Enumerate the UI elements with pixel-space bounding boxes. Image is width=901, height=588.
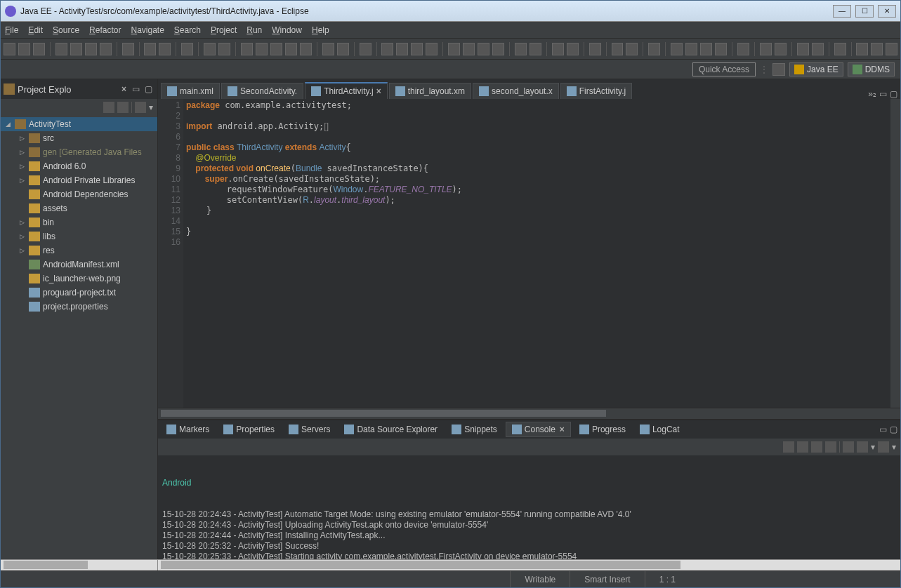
toolbar-button[interactable]: [4, 43, 15, 55]
scroll-thumb[interactable]: [161, 561, 680, 569]
bottom-tab-servers[interactable]: Servers: [283, 422, 336, 436]
quick-access[interactable]: Quick Access: [692, 62, 756, 76]
tree-item[interactable]: assets: [1, 201, 157, 215]
link-editor-icon[interactable]: [117, 102, 129, 113]
expand-arrow-icon[interactable]: ▷: [18, 233, 26, 240]
menu-window[interactable]: Window: [272, 25, 302, 35]
menu-search[interactable]: Search: [174, 25, 201, 35]
view-maximize-icon[interactable]: ▢: [145, 84, 154, 94]
view-dropdown-icon[interactable]: ▾: [149, 102, 153, 112]
toolbar-button[interactable]: [396, 43, 408, 55]
expand-arrow-icon[interactable]: ◢: [4, 121, 12, 128]
bottom-tab-data-source-explorer[interactable]: Data Source Explorer: [338, 422, 443, 436]
console-output[interactable]: Android 15-10-28 20:24:43 - ActivityTest…: [158, 455, 900, 559]
view-minimize-icon[interactable]: ▭: [879, 425, 887, 434]
console-open-icon[interactable]: [878, 441, 889, 453]
toolbar-button[interactable]: [18, 43, 30, 55]
toolbar-button[interactable]: [426, 43, 438, 55]
code-area[interactable]: package com.example.activitytest; import…: [183, 99, 890, 408]
toolbar-button[interactable]: [360, 43, 371, 55]
toolbar-button[interactable]: [322, 43, 334, 55]
toolbar-button[interactable]: [567, 43, 579, 55]
toolbar-button[interactable]: [448, 43, 460, 55]
bottom-tab-properties[interactable]: Properties: [218, 422, 280, 436]
perspective-ddms[interactable]: DDMS: [848, 62, 895, 76]
toolbar-button[interactable]: [337, 43, 349, 55]
tab-overflow-icon[interactable]: »₂: [868, 89, 876, 99]
toolbar-button[interactable]: [886, 43, 897, 55]
menu-file[interactable]: File: [5, 25, 18, 35]
toolbar-button[interactable]: [204, 43, 216, 55]
scroll-thumb[interactable]: [4, 561, 88, 569]
editor-tab[interactable]: ThirdActivity.j×: [305, 82, 387, 99]
toolbar-button[interactable]: [760, 43, 772, 55]
toolbar-button[interactable]: [685, 43, 697, 55]
toolbar-button[interactable]: [33, 43, 45, 55]
editor-tab[interactable]: FirstActivity.j: [560, 83, 632, 99]
console-scroll-lock-icon[interactable]: [825, 441, 836, 453]
toolbar-button[interactable]: [70, 43, 82, 55]
menu-run[interactable]: Run: [246, 25, 262, 35]
expand-arrow-icon[interactable]: ▷: [18, 149, 26, 156]
editor-minimize-icon[interactable]: ▭: [879, 89, 887, 99]
toolbar-button[interactable]: [85, 43, 97, 55]
toolbar-button[interactable]: [775, 43, 787, 55]
editor-hscrollbar[interactable]: [158, 408, 900, 419]
tree-item[interactable]: AndroidManifest.xml: [1, 258, 157, 272]
toolbar-button[interactable]: [552, 43, 564, 55]
view-menu-icon[interactable]: [135, 102, 146, 113]
view-maximize-icon[interactable]: ▢: [890, 425, 897, 434]
toolbar-button[interactable]: [122, 43, 134, 55]
toolbar-button[interactable]: [700, 43, 712, 55]
tree-item[interactable]: ▷bin: [1, 215, 157, 229]
toolbar-button[interactable]: [381, 43, 393, 55]
tab-close-icon[interactable]: ×: [376, 86, 381, 96]
console-pin-icon[interactable]: [783, 441, 794, 453]
console-display-icon[interactable]: [797, 441, 808, 453]
expand-arrow-icon[interactable]: ▷: [18, 219, 26, 226]
toolbar-button[interactable]: [181, 43, 193, 55]
console-clear-icon[interactable]: [811, 441, 822, 453]
editor-tab[interactable]: second_layout.x: [473, 83, 559, 99]
toolbar-button[interactable]: [100, 43, 112, 55]
bottom-tab-progress[interactable]: Progress: [574, 422, 631, 436]
toolbar-button[interactable]: [671, 43, 683, 55]
console-remove-icon[interactable]: [843, 441, 854, 453]
toolbar-button[interactable]: [285, 43, 297, 55]
collapse-all-icon[interactable]: [103, 102, 114, 113]
toolbar-button[interactable]: [55, 43, 67, 55]
maximize-button[interactable]: ☐: [855, 5, 874, 18]
tree-item[interactable]: project.properties: [1, 300, 157, 314]
menu-refactor[interactable]: Refactor: [89, 25, 121, 35]
titlebar[interactable]: Java EE - ActivityTest/src/com/example/a…: [1, 1, 900, 22]
toolbar-button[interactable]: [626, 43, 638, 55]
bottom-tab-markers[interactable]: Markers: [161, 422, 215, 436]
expand-arrow-icon[interactable]: ▷: [18, 177, 26, 184]
editor-tab[interactable]: main.xml: [161, 83, 220, 99]
tree-item[interactable]: ▷Android Private Libraries: [1, 173, 157, 187]
code-editor[interactable]: 123678910111213141516 package com.exampl…: [158, 99, 900, 408]
editor-tab[interactable]: third_layout.xm: [389, 83, 471, 99]
menu-navigate[interactable]: Navigate: [131, 25, 164, 35]
console-remove-all-icon[interactable]: [857, 441, 868, 453]
project-tree[interactable]: ◢ ActivityTest ▷src▷gen [Generated Java …: [1, 116, 157, 559]
open-perspective-button[interactable]: [772, 63, 785, 76]
close-button[interactable]: ✕: [878, 5, 896, 18]
tree-item[interactable]: ▷Android 6.0: [1, 159, 157, 173]
menu-edit[interactable]: Edit: [28, 25, 43, 35]
console-open-menu-icon[interactable]: ▾: [892, 442, 896, 452]
toolbar-button[interactable]: [715, 43, 727, 55]
bottom-tab-console[interactable]: Console×: [506, 422, 571, 437]
tab-close-icon[interactable]: ×: [558, 425, 565, 434]
toolbar-button[interactable]: [159, 43, 171, 55]
toolbar-button[interactable]: [256, 43, 268, 55]
toolbar-button[interactable]: [737, 43, 749, 55]
tree-item[interactable]: proguard-project.txt: [1, 286, 157, 300]
toolbar-button[interactable]: [411, 43, 423, 55]
toolbar-button[interactable]: [589, 43, 601, 55]
menu-project[interactable]: Project: [211, 25, 237, 35]
toolbar-button[interactable]: [812, 43, 824, 55]
toolbar-button[interactable]: [834, 43, 846, 55]
expand-arrow-icon[interactable]: ▷: [18, 135, 26, 142]
bottom-tab-logcat[interactable]: LogCat: [634, 422, 685, 436]
